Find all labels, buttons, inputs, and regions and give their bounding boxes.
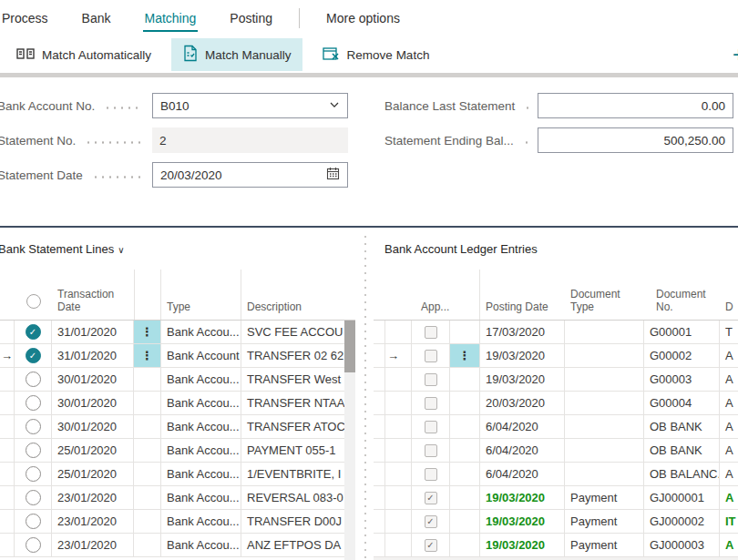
row-menu-cell[interactable]: ⋮: [450, 439, 480, 462]
type-cell[interactable]: Bank Accou...: [161, 534, 241, 556]
statement-line-row[interactable]: → ✓ 23/01/2020 ⋮ Bank Accou... TRANSFER …: [0, 510, 355, 534]
row-menu-cell[interactable]: ⋮: [450, 368, 480, 391]
document-no-cell[interactable]: G00001: [644, 321, 720, 343]
transaction-date-cell[interactable]: 23/01/2020: [52, 510, 134, 533]
applied-checkbox-cell[interactable]: ✓: [412, 510, 450, 533]
applied-checkbox-cell[interactable]: ✓: [412, 321, 450, 343]
row-menu-cell[interactable]: ⋮: [134, 415, 161, 438]
plus-button[interactable]: +: [725, 42, 738, 67]
menu-item-process[interactable]: Process: [0, 5, 50, 32]
document-no-cell[interactable]: OB BANK: [644, 415, 720, 438]
document-no-cell[interactable]: G00002: [644, 344, 720, 367]
transaction-date-cell[interactable]: 31/01/2020: [52, 321, 134, 343]
transaction-date-cell[interactable]: 30/01/2020: [52, 368, 134, 391]
document-no-cell[interactable]: GJ000003: [644, 534, 720, 556]
description-cell[interactable]: TRANSFER ATOC: [241, 415, 355, 438]
col-transaction-date[interactable]: Transaction Date: [52, 270, 134, 320]
document-type-cell[interactable]: [565, 392, 644, 414]
scrollbar-thumb[interactable]: [344, 321, 355, 372]
row-menu-cell[interactable]: ⋮: [450, 344, 480, 367]
left-table-scrollbar[interactable]: [344, 321, 355, 560]
row-menu-cell[interactable]: ⋮: [134, 439, 161, 462]
description-cell[interactable]: A: [720, 439, 738, 462]
transaction-date-cell[interactable]: 25/01/2020: [52, 463, 134, 485]
menu-item-posting[interactable]: Posting: [228, 5, 274, 32]
col-type[interactable]: Type: [161, 270, 241, 320]
row-select-radio[interactable]: ✓: [15, 463, 52, 485]
applied-checkbox-cell[interactable]: ✓: [412, 439, 450, 462]
ledger-entry-row[interactable]: → ✓ ⋮ 6/04/2020 OB BANK A: [374, 439, 738, 463]
description-cell[interactable]: SVC FEE ACCOU: [241, 321, 355, 343]
document-no-cell[interactable]: OB BANK: [644, 439, 720, 462]
col-description[interactable]: Description: [241, 270, 355, 320]
balance-last-statement-field[interactable]: 0.00: [538, 93, 733, 118]
description-cell[interactable]: A: [720, 392, 738, 414]
type-cell[interactable]: Bank Accou...: [161, 368, 241, 391]
applied-checkbox-cell[interactable]: ✓: [412, 534, 450, 556]
menu-item-bank[interactable]: Bank: [80, 5, 113, 32]
statement-line-row[interactable]: → ✓ 23/01/2020 ⋮ Bank Accou... ANZ EFTPO…: [0, 534, 355, 557]
row-select-radio[interactable]: ✓: [15, 415, 52, 438]
row-menu-cell[interactable]: ⋮: [450, 510, 480, 533]
type-cell[interactable]: Bank Accou...: [161, 510, 241, 533]
ledger-entry-row[interactable]: → ✓ ⋮ 6/04/2020 OB BANK A: [374, 415, 738, 439]
row-menu-cell[interactable]: ⋮: [134, 534, 161, 556]
applied-checkbox-cell[interactable]: ✓: [412, 486, 450, 509]
document-no-cell[interactable]: GJ000001: [644, 486, 720, 509]
col-posting-date[interactable]: Posting Date: [480, 270, 565, 320]
row-select-radio[interactable]: ✓: [15, 392, 52, 414]
document-type-cell[interactable]: [565, 368, 644, 391]
statement-line-row[interactable]: → ✓ 25/01/2020 ⋮ Bank Accou... 1/EVENTBR…: [0, 463, 355, 486]
description-cell[interactable]: A: [720, 368, 738, 391]
statement-line-row[interactable]: → ✓ 31/01/2020 ⋮ Bank Accou... SVC FEE A…: [0, 321, 355, 344]
caret-down-icon[interactable]: ∨: [118, 245, 124, 255]
posting-date-cell[interactable]: 20/03/2020: [480, 392, 565, 414]
type-cell[interactable]: Bank Accou...: [161, 486, 241, 509]
menu-item-matching[interactable]: Matching: [143, 5, 199, 32]
statement-line-row[interactable]: → ✓ 30/01/2020 ⋮ Bank Accou... TRANSFER …: [0, 415, 355, 439]
applied-checkbox-cell[interactable]: ✓: [412, 344, 450, 367]
row-menu-cell[interactable]: ⋮: [450, 321, 480, 343]
col-description[interactable]: D: [720, 270, 738, 320]
row-menu-cell[interactable]: ⋮: [134, 344, 161, 367]
statement-line-row[interactable]: → ✓ 31/01/2020 ⋮ Bank Account TRANSFER 0…: [0, 344, 355, 368]
transaction-date-cell[interactable]: 30/01/2020: [52, 415, 134, 438]
type-cell[interactable]: Bank Accou...: [161, 439, 241, 462]
row-menu-cell[interactable]: ⋮: [450, 486, 480, 509]
row-menu-cell[interactable]: ⋮: [134, 321, 161, 343]
col-document-type[interactable]: Document Type: [565, 270, 644, 320]
row-menu-cell[interactable]: ⋮: [450, 392, 480, 414]
type-cell[interactable]: Bank Account: [161, 344, 241, 367]
statement-date-field[interactable]: 20/03/2020: [152, 162, 348, 188]
ledger-entry-row[interactable]: → ✓ ⋮ 19/03/2020 Payment GJ000001 A: [374, 486, 738, 510]
document-type-cell[interactable]: [565, 463, 644, 485]
type-cell[interactable]: Bank Accou...: [161, 392, 241, 414]
applied-checkbox-cell[interactable]: ✓: [412, 392, 450, 414]
posting-date-cell[interactable]: 6/04/2020: [480, 439, 565, 462]
document-no-cell[interactable]: GJ000002: [644, 510, 720, 533]
applied-checkbox-cell[interactable]: ✓: [412, 415, 450, 438]
document-type-cell[interactable]: Payment: [565, 534, 644, 556]
row-select-radio[interactable]: ✓: [15, 510, 52, 533]
row-menu-cell[interactable]: ⋮: [134, 392, 161, 414]
row-select-radio[interactable]: ✓: [15, 321, 52, 343]
row-menu-cell[interactable]: ⋮: [134, 463, 161, 485]
ledger-entry-row[interactable]: → ✓ ⋮ 19/03/2020 G00002 A: [374, 344, 738, 368]
row-menu-cell[interactable]: ⋮: [134, 486, 161, 509]
row-menu-cell[interactable]: ⋮: [134, 368, 161, 391]
description-cell[interactable]: IT: [720, 510, 738, 533]
col-document-no[interactable]: Document No.: [644, 270, 720, 320]
match-manually-button[interactable]: Match Manually: [171, 38, 302, 71]
document-type-cell[interactable]: [565, 439, 644, 462]
transaction-date-cell[interactable]: 23/01/2020: [52, 486, 134, 509]
document-type-cell[interactable]: Payment: [565, 510, 644, 533]
row-menu-cell[interactable]: ⋮: [450, 415, 480, 438]
calendar-icon[interactable]: [326, 167, 340, 183]
ledger-entry-row[interactable]: → ✓ ⋮ 20/03/2020 G00004 A: [374, 392, 738, 415]
ledger-entry-row[interactable]: → ✓ ⋮ 6/04/2020 OB BALANC... A: [374, 463, 738, 486]
description-cell[interactable]: T: [720, 321, 738, 343]
col-applied[interactable]: App...: [412, 270, 450, 320]
type-cell[interactable]: Bank Accou...: [161, 463, 241, 485]
row-select-radio[interactable]: ✓: [15, 439, 52, 462]
description-cell[interactable]: TRANSFER NTAA: [241, 392, 355, 414]
